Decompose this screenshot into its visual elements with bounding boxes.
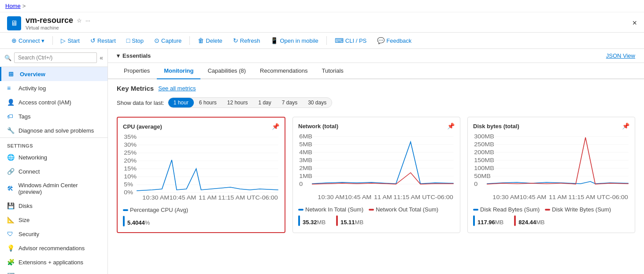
time-pills: 1 hour 6 hours 12 hours 1 day 7 days 30 … xyxy=(168,97,333,108)
settings-section-label: Settings xyxy=(0,137,107,150)
disk-chart-legend: Disk Read Bytes (Sum) Disk Write Bytes (… xyxy=(473,206,629,213)
svg-text:11:15 AM UTC-06:00: 11:15 AM UTC-06:00 xyxy=(568,194,628,200)
disk-write-legend: Disk Write Bytes (Sum) xyxy=(545,206,611,213)
delete-icon: 🗑 xyxy=(198,37,204,44)
page-header: 🖥 vm-resource ☆ ··· Virtual machine × xyxy=(0,12,644,33)
sidebar-item-connect[interactable]: 🔗 Connect xyxy=(0,164,107,178)
feedback-button[interactable]: 💬 Feedback xyxy=(373,35,416,46)
sidebar-item-tags[interactable]: 🏷 Tags xyxy=(0,109,107,123)
vm-info: vm-resource ☆ ··· Virtual machine xyxy=(26,16,90,30)
sidebar-item-disks[interactable]: 💾 Disks xyxy=(0,199,107,213)
time-label: Show data for last: xyxy=(117,100,164,106)
time-pill-7d[interactable]: 7 days xyxy=(277,98,303,107)
cpu-chart-area: 35% 30% 25% 20% 15% 10% 5% 0% xyxy=(123,133,279,204)
sidebar-item-continuous[interactable]: 🔄 Continuous delivery xyxy=(0,269,107,274)
networking-icon: 🌐 xyxy=(7,154,14,161)
network-values-row: 35.32MB 15.11MB xyxy=(298,215,455,226)
svg-text:20%: 20% xyxy=(124,158,137,164)
essentials-label: Essentials xyxy=(122,52,151,59)
sidebar-item-activity-log[interactable]: ≡ Activity log xyxy=(0,81,107,95)
svg-text:11 AM: 11 AM xyxy=(199,195,217,201)
open-mobile-button[interactable]: 📱 Open in mobile xyxy=(266,35,322,46)
svg-text:15%: 15% xyxy=(124,166,137,172)
time-pill-1h[interactable]: 1 hour xyxy=(168,98,194,107)
tab-capabilities[interactable]: Capabilities (8) xyxy=(200,63,253,79)
time-pill-12h[interactable]: 12 hours xyxy=(222,98,253,107)
network-pin-icon[interactable]: 📌 xyxy=(447,122,455,130)
svg-text:100MB: 100MB xyxy=(474,165,494,171)
network-in-value-block: 35.32MB xyxy=(298,215,326,226)
close-button[interactable]: × xyxy=(632,19,637,28)
network-chart-title: Network (total) 📌 xyxy=(298,122,455,130)
toolbar-divider-1 xyxy=(52,36,53,45)
size-icon: 📐 xyxy=(7,216,14,223)
sidebar: 🔍 « ⊞ Overview ≡ Activity log 👤 Access c… xyxy=(0,49,108,274)
sidebar-item-networking[interactable]: 🌐 Networking xyxy=(0,150,107,164)
header-left: 🖥 vm-resource ☆ ··· Virtual machine xyxy=(7,16,90,30)
tab-properties[interactable]: Properties xyxy=(117,63,157,79)
connect-s-icon: 🔗 xyxy=(7,168,14,175)
svg-text:10:45 AM: 10:45 AM xyxy=(169,195,196,201)
network-in-bar xyxy=(298,215,300,226)
overview-icon: ⊞ xyxy=(8,70,15,78)
sidebar-item-security[interactable]: 🛡 Security xyxy=(0,227,107,241)
sidebar-item-size[interactable]: 📐 Size xyxy=(0,213,107,227)
disk-read-value: 117.96MB xyxy=(477,216,503,226)
sidebar-item-extensions[interactable]: 🧩 Extensions + applications xyxy=(0,255,107,269)
start-button[interactable]: ▷ Start xyxy=(56,35,84,46)
cpu-chart-card: CPU (average) 📌 35% 30% 25% 20% 15% 10% … xyxy=(117,117,285,233)
advisor-icon: 💡 xyxy=(7,244,14,252)
disk-chart-area: 300MB 250MB 200MB 150MB 100MB 50MB 0 xyxy=(473,133,629,204)
json-view-link[interactable]: JSON View xyxy=(606,52,635,59)
disk-chart-card: Disk bytes (total) 📌 300MB 250MB 200MB 1… xyxy=(467,117,635,233)
toolbar-divider-3 xyxy=(326,36,327,45)
disk-write-value-block: 824.44MB xyxy=(514,215,544,226)
cli-ps-button[interactable]: ⌨ CLI / PS xyxy=(330,35,371,46)
time-pill-30d[interactable]: 30 days xyxy=(303,98,332,107)
tab-monitoring[interactable]: Monitoring xyxy=(157,63,200,79)
essentials-toggle[interactable]: ▾ Essentials xyxy=(117,52,151,59)
sidebar-item-diagnose[interactable]: 🔧 Diagnose and solve problems xyxy=(0,123,107,137)
sidebar-item-windows-admin[interactable]: 🛠 Windows Admin Center (preview) xyxy=(0,178,107,199)
header-actions: × xyxy=(632,19,637,28)
svg-text:200MB: 200MB xyxy=(474,149,494,156)
delete-button[interactable]: 🗑 Delete xyxy=(193,35,227,46)
connect-button[interactable]: ⊕ Connect ▾ xyxy=(7,35,49,46)
svg-text:5MB: 5MB xyxy=(299,141,312,148)
svg-text:10:30 AM: 10:30 AM xyxy=(492,194,519,200)
see-all-metrics-link[interactable]: See all metrics xyxy=(158,85,196,92)
tabs-bar: Properties Monitoring Capabilities (8) R… xyxy=(108,63,644,79)
stop-button[interactable]: □ Stop xyxy=(122,35,148,46)
tab-recommendations[interactable]: Recommendations xyxy=(253,63,315,79)
sidebar-item-overview[interactable]: ⊞ Overview xyxy=(0,67,107,81)
stop-icon: □ xyxy=(126,37,130,44)
refresh-button[interactable]: ↻ Refresh xyxy=(229,35,265,46)
cpu-value: 5.4044% xyxy=(127,217,150,227)
time-pill-6h[interactable]: 6 hours xyxy=(194,98,222,107)
access-control-icon: 👤 xyxy=(7,99,14,106)
capture-icon: ⊙ xyxy=(154,37,159,44)
search-input[interactable] xyxy=(14,52,97,63)
restart-button[interactable]: ↺ Restart xyxy=(86,35,120,46)
svg-text:30%: 30% xyxy=(124,142,137,148)
sidebar-item-access-control[interactable]: 👤 Access control (IAM) xyxy=(0,95,107,109)
svg-text:150MB: 150MB xyxy=(474,157,494,163)
disk-chart-title: Disk bytes (total) 📌 xyxy=(473,122,629,130)
network-out-value: 15.11MB xyxy=(341,216,363,226)
tab-tutorials[interactable]: Tutorials xyxy=(315,63,351,79)
more-icon[interactable]: ··· xyxy=(85,17,90,24)
time-pill-1d[interactable]: 1 day xyxy=(253,98,276,107)
breadcrumb-home[interactable]: Home xyxy=(5,3,21,9)
capture-button[interactable]: ⊙ Capture xyxy=(150,35,186,46)
collapse-sidebar-button[interactable]: « xyxy=(100,54,103,61)
vm-name: vm-resource xyxy=(26,16,73,25)
cpu-pin-icon[interactable]: 📌 xyxy=(272,123,279,130)
disk-chart-svg: 300MB 250MB 200MB 150MB 100MB 50MB 0 xyxy=(473,133,629,204)
network-out-value-block: 15.11MB xyxy=(336,215,363,226)
toolbar-divider-2 xyxy=(189,36,190,45)
sidebar-item-advisor[interactable]: 💡 Advisor recommendations xyxy=(0,241,107,255)
favorite-icon[interactable]: ☆ xyxy=(77,17,82,24)
disk-pin-icon[interactable]: 📌 xyxy=(622,122,629,130)
svg-text:50MB: 50MB xyxy=(474,173,491,179)
svg-text:6MB: 6MB xyxy=(299,133,312,140)
